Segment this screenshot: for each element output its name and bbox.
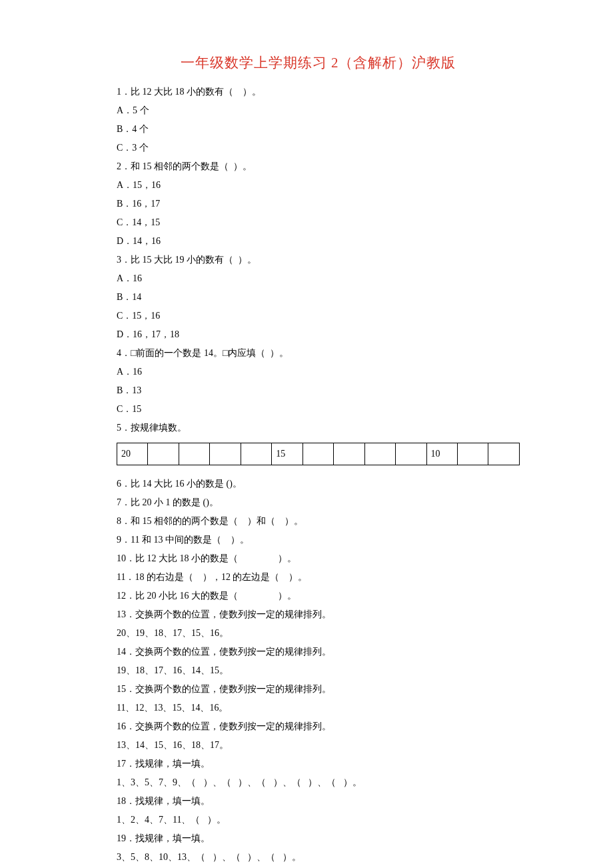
q17-stem: 17．找规律，填一填。 [117,755,520,773]
q13-stem: 13．交换两个数的位置，使数列按一定的规律排列。 [117,605,520,624]
q8: 8．和 15 相邻的的两个数是（ ）和（ ）。 [117,512,520,531]
q5-cell [148,443,179,465]
q5-cell: 10 [426,443,457,465]
q5-cell: 15 [272,443,303,465]
q12: 12．比 20 小比 16 大的数是（ ）。 [117,587,520,605]
q5-cell [241,443,271,465]
q16-sequence: 13、14、15、16、18、17。 [117,736,520,755]
q14-sequence: 19、18、17、16、14、15。 [117,661,520,680]
q3-option-a: A．16 [117,269,520,288]
q5-cell [210,443,241,465]
q3-option-b: B．14 [117,288,520,307]
q5-cell: 20 [117,443,148,465]
q4-stem: 4．□前面的一个数是 14。□内应填（ ）。 [117,344,520,363]
q2-option-a: A．15，16 [117,176,520,195]
q13-sequence: 20、19、18、17、15、16。 [117,624,520,643]
q4-option-c: C．15 [117,400,520,419]
q5-cell [179,443,209,465]
page-title: 一年级数学上学期练习 2（含解析）沪教版 [117,53,520,72]
q5-cell [303,443,333,465]
q17-sequence: 1、3、5、7、9、（ ）、（ ）、（ ）、（ ）、（ ）。 [117,773,520,792]
q5-cell [396,443,426,465]
q2-stem: 2．和 15 相邻的两个数是（ ）。 [117,157,520,176]
q5-sequence-table: 20 15 10 [117,443,520,465]
q5-stem: 5．按规律填数。 [117,419,520,437]
q14-stem: 14．交换两个数的位置，使数列按一定的规律排列。 [117,643,520,661]
q10: 10．比 12 大比 18 小的数是（ ）。 [117,549,520,568]
q5-cell [334,443,364,465]
q6: 6．比 14 大比 16 小的数是 ()。 [117,475,520,493]
q19-sequence: 3、5、8、10、13、（ ）、（ ）、（ ）。 [117,848,520,867]
q5-cell [488,443,520,465]
q19-stem: 19．找规律，填一填。 [117,829,520,848]
q16-stem: 16．交换两个数的位置，使数列按一定的规律排列。 [117,717,520,736]
q18-stem: 18．找规律，填一填。 [117,792,520,811]
q4-option-a: A．16 [117,363,520,381]
q15-sequence: 11、12、13、15、14、16。 [117,699,520,717]
q2-option-b: B．16，17 [117,195,520,213]
q2-option-d: D．14，16 [117,232,520,251]
q15-stem: 15．交换两个数的位置，使数列按一定的规律排列。 [117,680,520,699]
q1-option-a: A．5 个 [117,101,520,120]
q18-sequence: 1、2、4、7、11、（ ）。 [117,811,520,829]
q1-stem: 1．比 12 大比 18 小的数有（ ）。 [117,83,520,101]
q11: 11．18 的右边是（ ），12 的左边是（ ）。 [117,568,520,587]
q1-option-b: B．4 个 [117,120,520,139]
q4-option-b: B．13 [117,381,520,400]
q2-option-c: C．14，15 [117,213,520,232]
q3-option-d: D．16，17，18 [117,325,520,344]
q3-option-c: C．15，16 [117,307,520,325]
q1-option-c: C．3 个 [117,139,520,157]
q5-cell [364,443,395,465]
q7: 7．比 20 小 1 的数是 ()。 [117,493,520,512]
q5-cell [457,443,488,465]
q3-stem: 3．比 15 大比 19 小的数有（ ）。 [117,251,520,269]
q9: 9．11 和 13 中间的数是（ ）。 [117,531,520,549]
worksheet-page: 一年级数学上学期练习 2（含解析）沪教版 1．比 12 大比 18 小的数有（ … [0,0,613,868]
